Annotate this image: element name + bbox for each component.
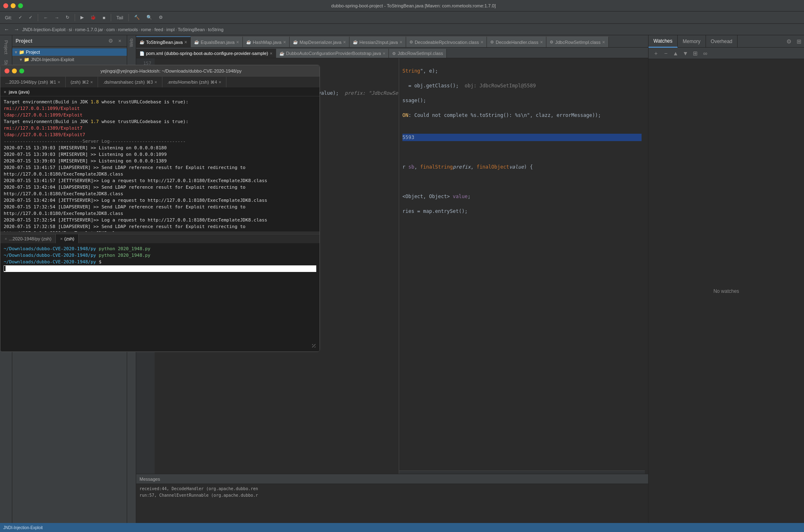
terminal-drag-handle[interactable] [311,343,316,348]
status-bar: JNDI-Injection-Exploit [0,523,804,532]
term-line-jetty2: 2020-07-15 13:42:04 [JETTYSERVER]>> Log … [4,197,316,204]
tab-close-decodeable[interactable]: × [480,39,483,45]
tab-hessian[interactable]: ☕ Hessian2Input.java × [349,37,406,47]
bottom-panel: Messages received:44, DecodeHandler (org… [136,474,648,523]
tab-jdbcrowset[interactable]: ⚙ JdbcRowSetImpl.class × [546,37,609,47]
bc-si[interactable]: si [69,27,72,32]
toolbar-git[interactable]: Git: [2,14,14,21]
watches-infinity-btn[interactable]: ∞ [701,49,709,57]
bottom-content: received:44, DecodeHandler (org.apache.d… [136,484,648,523]
tab-close-jdbcrowset[interactable]: × [602,39,605,45]
lower-term-tab-python[interactable]: × (zsh) [56,234,79,243]
toolbar-sep1 [38,14,38,21]
ide-title: dubbo-spring-boot-project - ToStringBean… [26,3,801,8]
nav-bar: ← → JNDI-Injection-Exploit › si › rome-1… [0,24,804,35]
term-tab-marshalsec-close[interactable]: × [154,80,157,84]
bc-tostring[interactable]: toString [208,27,224,32]
bc-tostringbean[interactable]: ToStringBean [178,27,205,32]
tab-label-tostringbean: ToStringBean.java [146,40,183,45]
tab-tostringbean[interactable]: ☕ ToStringBean.java × [136,37,191,47]
file-tab-close-pom[interactable]: × [270,51,272,56]
terminal-minimize-btn[interactable] [12,68,17,73]
tab-decodehandler[interactable]: ⚙ DecodeHandler.class × [487,37,546,47]
term-line-ldap1: ldap://127.0.0.1:1099/Exploit [4,112,316,119]
tab-watches[interactable]: Watches [649,35,678,48]
tab-label-hashmap: HashMap.java [253,40,281,45]
tab-close-hashmap[interactable]: × [283,39,286,45]
toolbar-sep4 [128,14,129,21]
term-tab-home[interactable]: .ents/Home/bin (zsh) ⌘4 × [162,77,226,87]
panel-settings-icon[interactable]: ⚙ [107,37,114,45]
bc-rometools[interactable]: rometools [118,27,138,32]
editor-right-scrollbar[interactable] [645,58,648,474]
tree-item-project[interactable]: ▼ 📁 Project [12,48,127,56]
watches-up-btn[interactable]: ▲ [672,49,680,57]
term-tab-zsh-close[interactable]: × [90,80,93,84]
file-tab-pom[interactable]: 📄 pom.xml (dubbo-spring-boot-auto-config… [136,49,276,58]
tab-memory[interactable]: Memory [678,35,706,48]
toolbar-check2[interactable]: ✓ [26,14,35,21]
tab-close-mapdeserializer[interactable]: × [343,39,346,45]
file-tab-jdbc2[interactable]: ⚙ JdbcRowSetImpl.class [389,49,447,58]
file-tab-dubboauto[interactable]: ☕ DubboAutoConfigurationProviderBootstra… [276,49,389,58]
bc-impl[interactable]: impl [166,27,174,32]
term-tab-home-close[interactable]: × [219,80,221,84]
tab-close-tostringbean[interactable]: × [184,39,187,45]
tab-close-equalsbean[interactable]: × [236,39,239,45]
tree-item-jndi[interactable]: ▼ 📁 JNDI-Injection-Exploit [12,56,127,63]
terminal-close-btn[interactable] [5,68,9,73]
toolbar-stop[interactable]: ■ [100,14,108,21]
terminal-maximize-btn[interactable] [19,68,24,73]
toolbar-build[interactable]: 🔨 [132,14,142,21]
bc-com[interactable]: com [106,27,115,32]
tab-mapdeserializer[interactable]: ☕ MapDeserializer.java × [290,37,349,47]
toolbar-back[interactable]: ← [41,14,50,21]
nav-fwd[interactable]: → [12,25,21,34]
bc-rome-jar[interactable]: rome-1.7.0.jar [75,27,103,32]
tab-overhead[interactable]: Overhead [706,35,738,48]
tab-label-decodehandler: DecodeHandler.class [496,40,538,45]
bc-rome[interactable]: rome [141,27,151,32]
bc-feed[interactable]: feed [154,27,163,32]
toolbar-tail[interactable]: Tail [114,14,126,21]
watches-remove-btn[interactable]: − [662,49,670,57]
bc-jndi[interactable]: JNDI-Injection-Exploit [22,27,66,32]
watches-copy-btn[interactable]: ⊞ [691,49,699,57]
watches-down-btn[interactable]: ▼ [681,49,690,57]
active-term-tab-close[interactable]: × [4,89,6,94]
toolbar-debug[interactable]: 🐞 [88,14,98,21]
toolbar-fwd[interactable]: → [52,14,62,21]
toolbar-search[interactable]: 🔍 [144,14,155,21]
tab-decodeable[interactable]: ⚙ DecodeableRpcInvocation.class × [406,37,487,47]
strip-web-label[interactable]: Web [128,37,135,48]
term-tab-py1-close[interactable]: × [58,80,60,84]
panel-close-icon[interactable]: × [116,37,123,45]
toolbar-settings[interactable]: ⚙ [156,14,165,21]
lower-tab-close-python[interactable]: × [60,236,62,241]
term-tab-zsh[interactable]: (zsh) ⌘2 × [66,77,98,87]
nav-back[interactable]: ← [2,25,11,34]
minimize-btn[interactable] [11,3,16,8]
project-icon[interactable]: Project [2,39,10,56]
tree-label: Project [26,50,40,55]
tab-close-decodehandler[interactable]: × [540,39,543,45]
tab-close-hessian[interactable]: × [400,39,402,45]
watches-add-btn[interactable]: + [652,49,660,57]
right-panel-layout-icon[interactable]: ⊞ [794,35,804,47]
term-tab-marshalsec[interactable]: .ds/marshalsec (zsh) ⌘3 × [98,77,162,87]
tab-hashmap[interactable]: ☕ HashMap.java × [243,37,290,47]
toolbar-refresh[interactable]: ↻ [63,14,72,21]
file-tab-close-dubboauto[interactable]: × [383,51,385,56]
split-scrollbar[interactable] [399,470,645,474]
tab-equalsbean[interactable]: ☕ EqualsBean.java × [191,37,243,47]
toolbar-run[interactable]: ▶ [78,14,86,21]
close-btn[interactable] [3,3,8,8]
term-line-ldap3: 2020-07-15 13:41:57 [LDAPSERVER] >> Send… [4,164,316,178]
right-panel-settings-icon[interactable]: ⚙ [784,35,794,47]
lower-tab-close-py[interactable]: × [5,236,7,241]
toolbar-check[interactable]: ✓ [16,14,25,21]
maximize-btn[interactable] [18,3,23,8]
lower-term-tab-py[interactable]: × ...2020-1948/py (zsh) [0,234,56,243]
term-tab-py1[interactable]: ...2020-1948/py (zsh) ⌘1 × [0,77,66,87]
tab-label-equalsbean: EqualsBean.java [201,40,235,45]
